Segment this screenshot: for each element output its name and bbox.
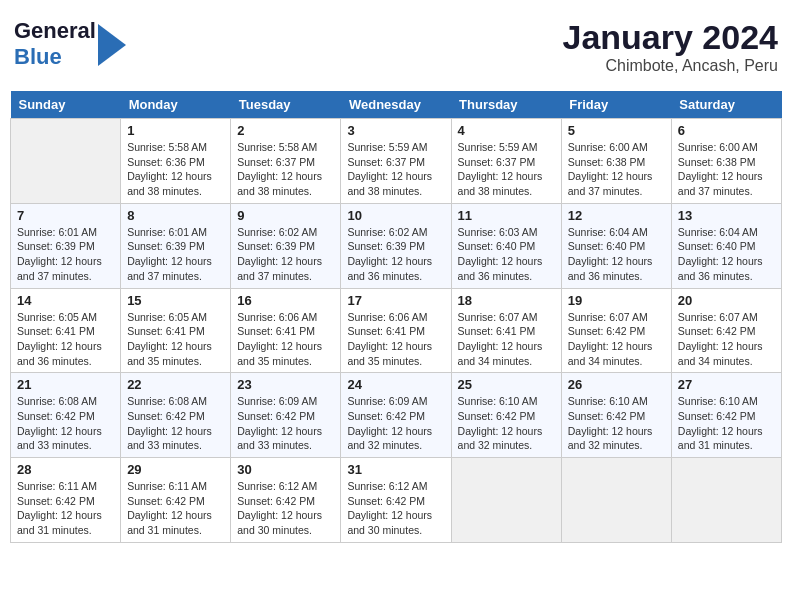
day-info: Sunrise: 6:11 AM Sunset: 6:42 PM Dayligh…	[17, 479, 114, 538]
table-row: 30Sunrise: 6:12 AM Sunset: 6:42 PM Dayli…	[231, 458, 341, 543]
table-row: 5Sunrise: 6:00 AM Sunset: 6:38 PM Daylig…	[561, 119, 671, 204]
day-number: 3	[347, 123, 444, 138]
day-info: Sunrise: 6:07 AM Sunset: 6:41 PM Dayligh…	[458, 310, 555, 369]
day-info: Sunrise: 6:03 AM Sunset: 6:40 PM Dayligh…	[458, 225, 555, 284]
day-info: Sunrise: 6:05 AM Sunset: 6:41 PM Dayligh…	[127, 310, 224, 369]
day-info: Sunrise: 6:02 AM Sunset: 6:39 PM Dayligh…	[347, 225, 444, 284]
day-number: 12	[568, 208, 665, 223]
day-number: 5	[568, 123, 665, 138]
table-row: 13Sunrise: 6:04 AM Sunset: 6:40 PM Dayli…	[671, 203, 781, 288]
day-number: 16	[237, 293, 334, 308]
table-row: 1Sunrise: 5:58 AM Sunset: 6:36 PM Daylig…	[121, 119, 231, 204]
table-row: 19Sunrise: 6:07 AM Sunset: 6:42 PM Dayli…	[561, 288, 671, 373]
day-number: 21	[17, 377, 114, 392]
col-thursday: Thursday	[451, 91, 561, 119]
day-info: Sunrise: 6:08 AM Sunset: 6:42 PM Dayligh…	[17, 394, 114, 453]
table-row: 27Sunrise: 6:10 AM Sunset: 6:42 PM Dayli…	[671, 373, 781, 458]
col-friday: Friday	[561, 91, 671, 119]
table-row: 11Sunrise: 6:03 AM Sunset: 6:40 PM Dayli…	[451, 203, 561, 288]
table-row: 10Sunrise: 6:02 AM Sunset: 6:39 PM Dayli…	[341, 203, 451, 288]
day-info: Sunrise: 6:10 AM Sunset: 6:42 PM Dayligh…	[458, 394, 555, 453]
day-info: Sunrise: 5:59 AM Sunset: 6:37 PM Dayligh…	[347, 140, 444, 199]
day-info: Sunrise: 6:07 AM Sunset: 6:42 PM Dayligh…	[678, 310, 775, 369]
table-row: 17Sunrise: 6:06 AM Sunset: 6:41 PM Dayli…	[341, 288, 451, 373]
table-row: 15Sunrise: 6:05 AM Sunset: 6:41 PM Dayli…	[121, 288, 231, 373]
calendar-week-row: 1Sunrise: 5:58 AM Sunset: 6:36 PM Daylig…	[11, 119, 782, 204]
day-number: 13	[678, 208, 775, 223]
table-row	[671, 458, 781, 543]
day-info: Sunrise: 6:10 AM Sunset: 6:42 PM Dayligh…	[568, 394, 665, 453]
table-row: 3Sunrise: 5:59 AM Sunset: 6:37 PM Daylig…	[341, 119, 451, 204]
day-number: 8	[127, 208, 224, 223]
day-info: Sunrise: 6:01 AM Sunset: 6:39 PM Dayligh…	[127, 225, 224, 284]
day-number: 4	[458, 123, 555, 138]
calendar-header-row: Sunday Monday Tuesday Wednesday Thursday…	[11, 91, 782, 119]
calendar-week-row: 14Sunrise: 6:05 AM Sunset: 6:41 PM Dayli…	[11, 288, 782, 373]
table-row: 21Sunrise: 6:08 AM Sunset: 6:42 PM Dayli…	[11, 373, 121, 458]
table-row: 4Sunrise: 5:59 AM Sunset: 6:37 PM Daylig…	[451, 119, 561, 204]
day-info: Sunrise: 6:09 AM Sunset: 6:42 PM Dayligh…	[237, 394, 334, 453]
day-info: Sunrise: 6:12 AM Sunset: 6:42 PM Dayligh…	[237, 479, 334, 538]
day-info: Sunrise: 6:00 AM Sunset: 6:38 PM Dayligh…	[568, 140, 665, 199]
day-info: Sunrise: 6:04 AM Sunset: 6:40 PM Dayligh…	[678, 225, 775, 284]
day-number: 11	[458, 208, 555, 223]
day-number: 2	[237, 123, 334, 138]
day-number: 30	[237, 462, 334, 477]
day-info: Sunrise: 6:06 AM Sunset: 6:41 PM Dayligh…	[347, 310, 444, 369]
day-info: Sunrise: 6:00 AM Sunset: 6:38 PM Dayligh…	[678, 140, 775, 199]
day-number: 28	[17, 462, 114, 477]
table-row: 25Sunrise: 6:10 AM Sunset: 6:42 PM Dayli…	[451, 373, 561, 458]
day-number: 29	[127, 462, 224, 477]
day-info: Sunrise: 6:11 AM Sunset: 6:42 PM Dayligh…	[127, 479, 224, 538]
calendar-table: Sunday Monday Tuesday Wednesday Thursday…	[10, 91, 782, 543]
day-number: 31	[347, 462, 444, 477]
month-title: January 2024	[563, 18, 779, 57]
day-number: 7	[17, 208, 114, 223]
day-info: Sunrise: 6:02 AM Sunset: 6:39 PM Dayligh…	[237, 225, 334, 284]
day-number: 15	[127, 293, 224, 308]
day-number: 18	[458, 293, 555, 308]
table-row	[451, 458, 561, 543]
day-number: 19	[568, 293, 665, 308]
table-row: 26Sunrise: 6:10 AM Sunset: 6:42 PM Dayli…	[561, 373, 671, 458]
day-info: Sunrise: 6:07 AM Sunset: 6:42 PM Dayligh…	[568, 310, 665, 369]
table-row: 28Sunrise: 6:11 AM Sunset: 6:42 PM Dayli…	[11, 458, 121, 543]
day-info: Sunrise: 6:12 AM Sunset: 6:42 PM Dayligh…	[347, 479, 444, 538]
day-number: 26	[568, 377, 665, 392]
table-row: 31Sunrise: 6:12 AM Sunset: 6:42 PM Dayli…	[341, 458, 451, 543]
table-row: 14Sunrise: 6:05 AM Sunset: 6:41 PM Dayli…	[11, 288, 121, 373]
day-info: Sunrise: 6:06 AM Sunset: 6:41 PM Dayligh…	[237, 310, 334, 369]
day-info: Sunrise: 6:10 AM Sunset: 6:42 PM Dayligh…	[678, 394, 775, 453]
col-wednesday: Wednesday	[341, 91, 451, 119]
location: Chimbote, Ancash, Peru	[563, 57, 779, 75]
calendar-week-row: 28Sunrise: 6:11 AM Sunset: 6:42 PM Dayli…	[11, 458, 782, 543]
calendar-week-row: 21Sunrise: 6:08 AM Sunset: 6:42 PM Dayli…	[11, 373, 782, 458]
col-saturday: Saturday	[671, 91, 781, 119]
table-row: 9Sunrise: 6:02 AM Sunset: 6:39 PM Daylig…	[231, 203, 341, 288]
day-number: 25	[458, 377, 555, 392]
day-number: 20	[678, 293, 775, 308]
table-row: 23Sunrise: 6:09 AM Sunset: 6:42 PM Dayli…	[231, 373, 341, 458]
logo-block: General Blue	[14, 18, 126, 70]
col-monday: Monday	[121, 91, 231, 119]
day-info: Sunrise: 6:04 AM Sunset: 6:40 PM Dayligh…	[568, 225, 665, 284]
table-row: 7Sunrise: 6:01 AM Sunset: 6:39 PM Daylig…	[11, 203, 121, 288]
day-number: 24	[347, 377, 444, 392]
logo-text: General Blue	[14, 18, 96, 70]
svg-marker-0	[98, 24, 126, 66]
day-info: Sunrise: 6:09 AM Sunset: 6:42 PM Dayligh…	[347, 394, 444, 453]
day-number: 27	[678, 377, 775, 392]
day-number: 10	[347, 208, 444, 223]
table-row: 12Sunrise: 6:04 AM Sunset: 6:40 PM Dayli…	[561, 203, 671, 288]
calendar-week-row: 7Sunrise: 6:01 AM Sunset: 6:39 PM Daylig…	[11, 203, 782, 288]
table-row: 8Sunrise: 6:01 AM Sunset: 6:39 PM Daylig…	[121, 203, 231, 288]
logo: General Blue	[14, 18, 126, 70]
day-number: 22	[127, 377, 224, 392]
table-row	[561, 458, 671, 543]
day-number: 17	[347, 293, 444, 308]
table-row: 16Sunrise: 6:06 AM Sunset: 6:41 PM Dayli…	[231, 288, 341, 373]
day-number: 9	[237, 208, 334, 223]
table-row: 18Sunrise: 6:07 AM Sunset: 6:41 PM Dayli…	[451, 288, 561, 373]
table-row: 20Sunrise: 6:07 AM Sunset: 6:42 PM Dayli…	[671, 288, 781, 373]
day-info: Sunrise: 6:05 AM Sunset: 6:41 PM Dayligh…	[17, 310, 114, 369]
